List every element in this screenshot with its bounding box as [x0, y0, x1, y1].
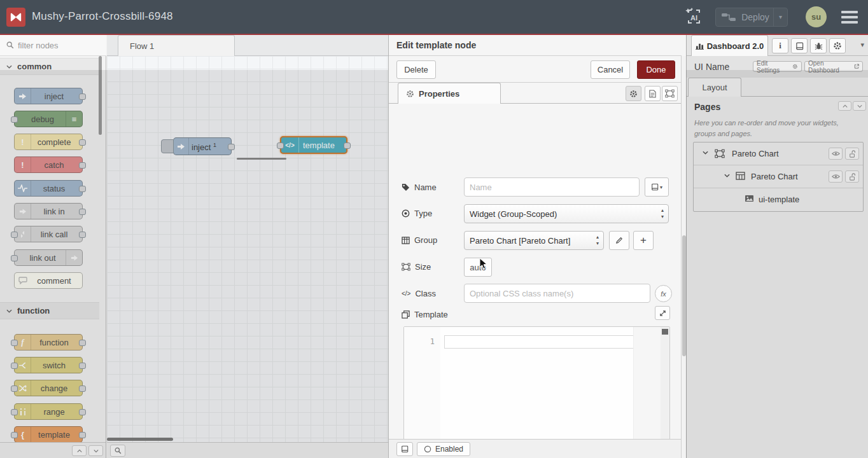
visibility-button[interactable]: [829, 170, 843, 183]
properties-icon-button[interactable]: [626, 86, 641, 101]
type-select[interactable]: Widget (Group-Scoped) ▴▾: [464, 204, 669, 223]
palette-node-link-call[interactable]: link call: [14, 226, 83, 242]
unlock-icon: [849, 173, 856, 181]
palette-node-complete[interactable]: ! complete: [14, 134, 83, 150]
edit-group-button[interactable]: [609, 231, 629, 250]
tree-row-page[interactable]: Pareto Chart: [694, 142, 863, 165]
name-field-label: Name: [402, 183, 437, 192]
caret-down-icon: ▾: [660, 184, 662, 190]
fx-button[interactable]: fx: [655, 285, 672, 302]
palette-node-link-in[interactable]: link in: [14, 203, 83, 219]
expand-all-button[interactable]: [88, 445, 103, 456]
inject-trigger-button[interactable]: [161, 139, 174, 153]
category-function[interactable]: function: [0, 302, 99, 319]
class-input[interactable]: [464, 284, 650, 303]
output-port: [79, 162, 86, 169]
select-arrows-icon: ▴▾: [596, 234, 599, 247]
enabled-toggle-button[interactable]: Enabled: [417, 442, 470, 456]
eye-icon: [832, 151, 840, 156]
add-group-button[interactable]: +: [633, 231, 654, 250]
chevron-down-icon[interactable]: [703, 151, 708, 155]
dialog-scrollbar[interactable]: [681, 56, 686, 458]
group-grid-icon: [736, 172, 745, 180]
label-options-button[interactable]: ▾: [645, 177, 669, 197]
canvas-node-inject[interactable]: inject 1: [173, 137, 232, 155]
tab-flow-1[interactable]: Flow 1: [118, 35, 235, 56]
palette-node-status[interactable]: status: [14, 180, 83, 197]
canvas-horizontal-scrollbar[interactable]: [107, 438, 173, 441]
palette-node-function[interactable]: f function: [14, 334, 83, 350]
palette-node-label: debug: [15, 114, 82, 124]
info-tab-button[interactable]: i: [772, 38, 788, 53]
editor-current-line[interactable]: [444, 335, 634, 349]
delete-button[interactable]: Delete: [396, 60, 436, 79]
main-menu-button[interactable]: [841, 11, 858, 24]
debug-tab-button[interactable]: [810, 38, 827, 53]
lock-button[interactable]: [845, 148, 859, 160]
palette-node-catch[interactable]: ! catch: [14, 156, 83, 173]
palette-node-label: range: [15, 407, 82, 417]
name-input[interactable]: [464, 177, 640, 197]
palette-node-label: change: [15, 384, 82, 393]
open-dashboard-button[interactable]: Open Dashboard: [804, 61, 863, 72]
sidebar-tab-bar: Dashboard 2.0 i ▾: [687, 35, 868, 56]
palette-node-template[interactable]: { template: [14, 426, 83, 443]
dialog-scrollbar-thumb[interactable]: [682, 235, 686, 356]
edit-settings-label: Edit Settings: [757, 60, 790, 74]
expand-editor-button[interactable]: [655, 306, 670, 320]
user-avatar[interactable]: su: [806, 6, 827, 27]
palette-node-range[interactable]: range: [14, 403, 83, 420]
dialog-tab-row: Properties: [389, 83, 682, 104]
table-icon: [402, 237, 410, 244]
node-help-button[interactable]: [396, 442, 413, 456]
deploy-button[interactable]: Deploy ▾: [715, 8, 788, 27]
palette-node-comment[interactable]: comment: [14, 272, 83, 289]
palette-footer: [0, 442, 106, 458]
tree-row-widget[interactable]: ui-template: [694, 188, 863, 211]
palette-node-change[interactable]: change: [14, 380, 83, 396]
appearance-icon-button[interactable]: [662, 86, 678, 101]
description-icon-button[interactable]: [645, 86, 661, 101]
editor-scrollbar-thumb[interactable]: [662, 329, 668, 335]
config-tab-button[interactable]: [829, 38, 846, 53]
palette-filter[interactable]: [0, 35, 106, 56]
type-select-value: Widget (Group-Scoped): [470, 209, 557, 219]
palette-node-inject[interactable]: inject: [14, 88, 83, 104]
deploy-caret-icon[interactable]: ▾: [773, 8, 787, 26]
tab-dashboard-2[interactable]: Dashboard 2.0: [691, 35, 768, 56]
done-button[interactable]: Done: [637, 60, 675, 79]
palette-node-switch[interactable]: switch: [14, 357, 83, 373]
template-code-editor[interactable]: 1: [403, 326, 670, 458]
properties-form: Name ▾ Type Widget (Group-Scoped) ▴▾ Gro…: [389, 104, 682, 439]
expand-pages-button[interactable]: [853, 101, 866, 111]
output-port: [79, 432, 86, 438]
sidebar-menu-caret-icon[interactable]: ▾: [860, 41, 864, 49]
search-flows-button[interactable]: [110, 445, 125, 457]
chevron-down-icon[interactable]: [724, 174, 730, 177]
filter-nodes-input[interactable]: [18, 41, 94, 50]
tree-row-group[interactable]: Pareto Chart: [694, 165, 863, 188]
input-port[interactable]: [277, 142, 284, 149]
group-select[interactable]: Pareto Chart [Pareto Chart] ▴▾: [464, 231, 604, 250]
canvas-node-ui-template[interactable]: </> template: [280, 136, 347, 154]
collapse-pages-button[interactable]: [838, 101, 851, 111]
output-port[interactable]: [344, 142, 351, 149]
tab-properties[interactable]: Properties: [398, 83, 501, 104]
palette-node-label: comment: [15, 276, 82, 286]
palette-node-debug[interactable]: ≡ debug: [14, 111, 83, 127]
tab-layout[interactable]: Layout: [688, 78, 741, 97]
visibility-button[interactable]: [829, 148, 843, 160]
input-port: [11, 340, 18, 346]
palette-node-link-out[interactable]: link out: [14, 249, 83, 266]
output-port[interactable]: [228, 144, 235, 150]
ai-assistant-button[interactable]: AI: [682, 6, 705, 28]
output-port: [79, 340, 86, 346]
palette-scrollbar[interactable]: [99, 56, 102, 135]
edit-settings-button[interactable]: Edit Settings: [753, 61, 802, 72]
help-tab-button[interactable]: [791, 38, 808, 53]
collapse-all-button[interactable]: [72, 445, 87, 456]
category-common[interactable]: common: [0, 58, 99, 75]
enabled-label: Enabled: [435, 445, 463, 454]
cancel-button[interactable]: Cancel: [591, 60, 630, 79]
lock-button[interactable]: [845, 170, 859, 183]
